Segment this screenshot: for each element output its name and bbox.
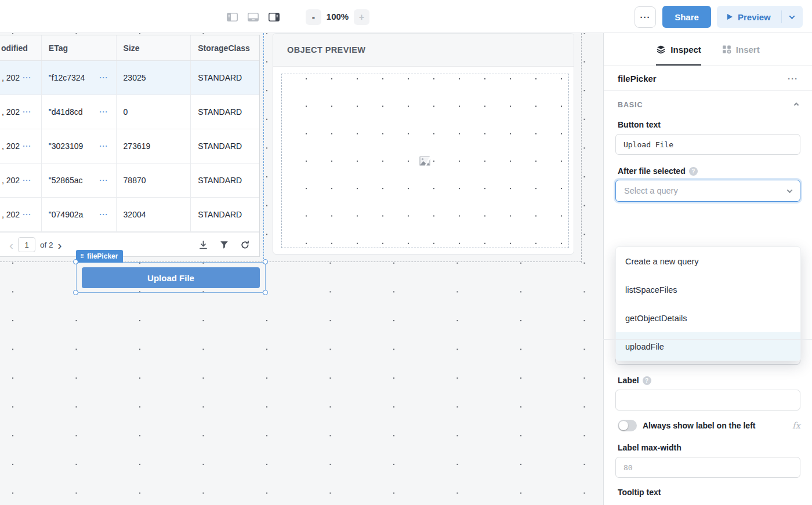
zoom-level: 100% <box>322 12 353 21</box>
resize-handle-top-right[interactable] <box>263 259 268 264</box>
button-text-label: Button text <box>618 120 800 129</box>
toggle-right-panel-button[interactable] <box>267 10 281 23</box>
previous-page-button[interactable]: ‹ <box>5 239 18 251</box>
label-input[interactable] <box>615 390 800 410</box>
resize-handle-bottom-right[interactable] <box>263 290 268 295</box>
broken-image-icon <box>419 156 431 166</box>
cell-overflow-icon[interactable]: ··· <box>23 108 31 116</box>
cell-modified: , 202 <box>2 210 20 219</box>
section-basic-header[interactable]: BASIC <box>604 91 812 109</box>
after-file-selected-select[interactable]: Select a query <box>615 180 800 202</box>
chevron-down-icon <box>789 13 795 19</box>
layers-icon <box>656 45 666 55</box>
column-header-modified[interactable]: odified <box>0 35 41 60</box>
image-dropzone[interactable] <box>281 74 569 248</box>
component-tag-label: filePicker <box>87 252 118 260</box>
tab-insert-label: Insert <box>736 45 760 55</box>
cell-etag: "3023109 <box>49 141 83 151</box>
table-row[interactable]: , 202··· "f12c7324··· 23025 STANDARD <box>0 61 259 95</box>
cell-overflow-icon[interactable]: ··· <box>100 210 108 219</box>
dropdown-item-uploadfile[interactable]: uploadFile <box>616 332 800 361</box>
next-page-button[interactable]: › <box>56 239 64 251</box>
insert-icon <box>722 45 731 54</box>
zoom-out-button[interactable]: - <box>306 9 321 25</box>
tab-inspect-label: Inspect <box>670 45 701 55</box>
toggle-left-panel-button[interactable] <box>225 10 239 23</box>
component-tag-filepicker[interactable]: ⠿ filePicker <box>76 250 123 263</box>
cell-storageclass: STANDARD <box>198 176 242 185</box>
table-row[interactable]: , 202··· "d41d8cd··· 0 STANDARD <box>0 95 259 129</box>
zoom-in-button[interactable]: + <box>354 9 369 25</box>
panel-left-icon <box>227 13 238 21</box>
label-label: Label ? <box>618 376 800 385</box>
files-table: odified ETag Size StorageClass , 202··· … <box>0 35 260 257</box>
cell-size: 78870 <box>124 176 146 185</box>
always-show-label-toggle[interactable] <box>618 420 637 431</box>
cell-modified: , 202 <box>2 107 20 117</box>
cell-modified: , 202 <box>2 176 20 185</box>
fx-icon[interactable]: fx <box>792 420 800 431</box>
panel-right-icon <box>269 13 280 21</box>
query-dropdown: Create a new query listSpaceFiles getObj… <box>615 246 801 361</box>
download-icon[interactable] <box>198 240 208 250</box>
column-header-etag[interactable]: ETag <box>41 35 116 60</box>
cell-size: 23025 <box>124 73 146 82</box>
cell-overflow-icon[interactable]: ··· <box>100 74 108 82</box>
chevron-down-icon <box>787 187 793 193</box>
object-preview-container: OBJECT PREVIEW <box>273 33 574 255</box>
label-max-width-input[interactable] <box>615 457 800 478</box>
cell-overflow-icon[interactable]: ··· <box>23 142 31 150</box>
cell-modified: , 202 <box>2 73 20 82</box>
dropdown-item-listspacefiles[interactable]: listSpaceFiles <box>616 275 800 304</box>
cell-storageclass: STANDARD <box>198 210 242 219</box>
share-button[interactable]: Share <box>662 6 711 28</box>
cell-overflow-icon[interactable]: ··· <box>100 176 108 184</box>
preview-dropdown-button[interactable] <box>782 6 803 28</box>
help-icon[interactable]: ? <box>689 167 698 176</box>
inspector-panel: Inspect Insert filePicker ··· BASIC Butt… <box>603 33 812 505</box>
cell-etag: "d41d8cd <box>49 107 83 117</box>
upload-file-button[interactable]: Upload File <box>82 267 260 288</box>
help-icon[interactable]: ? <box>643 376 651 385</box>
dropdown-item-create-query[interactable]: Create a new query <box>616 247 800 275</box>
page-number-input[interactable]: 1 <box>18 237 35 252</box>
cell-modified: , 202 <box>2 141 20 151</box>
cell-storageclass: STANDARD <box>198 107 242 117</box>
tab-insert[interactable]: Insert <box>722 33 760 66</box>
cell-size: 273619 <box>124 141 151 151</box>
container-boundary-vertical <box>581 33 582 263</box>
page-count-label: of 2 <box>40 241 53 249</box>
filter-icon[interactable] <box>219 240 229 250</box>
after-file-selected-label: After file selected ? <box>618 166 800 176</box>
cell-overflow-icon[interactable]: ··· <box>23 74 31 82</box>
table-row[interactable]: , 202··· "074902a··· 32004 STANDARD <box>0 198 259 232</box>
cell-overflow-icon[interactable]: ··· <box>100 108 108 116</box>
inspector-tab-bar: Inspect Insert <box>604 33 812 66</box>
label-max-width-label: Label max-width <box>618 443 800 452</box>
table-footer: ‹ 1 of 2 › <box>0 232 259 257</box>
cell-storageclass: STANDARD <box>198 73 242 82</box>
column-header-size[interactable]: Size <box>116 35 191 60</box>
table-row[interactable]: , 202··· "52865ac··· 78870 STANDARD <box>0 164 259 198</box>
object-preview-title: OBJECT PREVIEW <box>273 34 574 67</box>
column-header-storageclass[interactable]: StorageClass <box>190 35 259 60</box>
dropdown-item-getobjectdetails[interactable]: getObjectDetails <box>616 304 800 332</box>
cell-overflow-icon[interactable]: ··· <box>23 210 31 219</box>
refresh-icon[interactable] <box>240 240 250 250</box>
cell-overflow-icon[interactable]: ··· <box>100 142 108 150</box>
drag-handle-icon[interactable]: ⠿ <box>80 253 84 259</box>
cell-overflow-icon[interactable]: ··· <box>23 176 31 184</box>
cell-storageclass: STANDARD <box>198 141 242 151</box>
tab-inspect[interactable]: Inspect <box>656 33 701 66</box>
cell-etag: "f12c7324 <box>49 73 85 82</box>
preview-button-group: Preview <box>717 6 803 28</box>
preview-button[interactable]: Preview <box>717 6 781 28</box>
component-menu-button[interactable]: ··· <box>788 74 798 83</box>
toggle-bottom-panel-button[interactable] <box>246 10 260 23</box>
resize-handle-top-left[interactable] <box>73 259 78 264</box>
tooltip-text-label: Tooltip text <box>618 488 800 497</box>
more-options-button[interactable]: ··· <box>635 6 656 28</box>
resize-handle-bottom-left[interactable] <box>73 290 78 295</box>
table-row[interactable]: , 202··· "3023109··· 273619 STANDARD <box>0 129 259 164</box>
button-text-input[interactable] <box>615 134 800 155</box>
